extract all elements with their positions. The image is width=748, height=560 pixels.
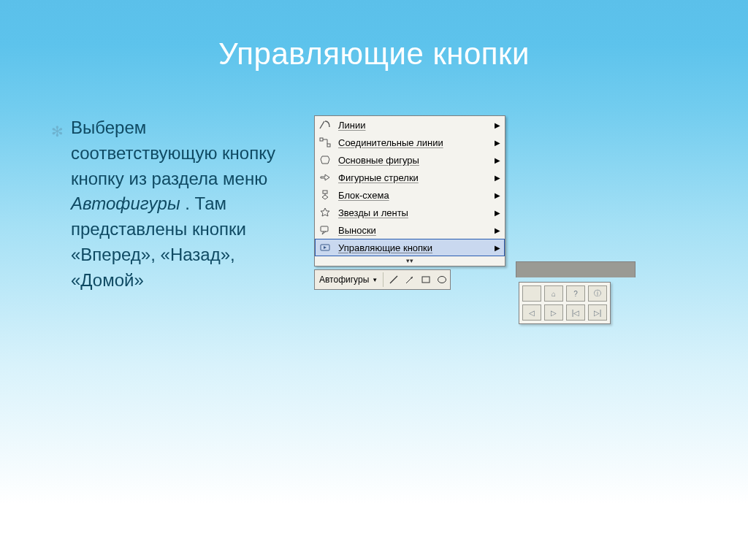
menu-label: Линии	[338, 120, 490, 131]
action-button-cell[interactable]: ⓘ	[588, 285, 607, 302]
submenu-titlebar	[516, 261, 636, 277]
action-buttons-grid: ⌂ ? ⓘ ◁ ▷ |◁ ▷|	[519, 282, 611, 324]
screenshot-region: Линии ▶ Соединительные линии ▶	[314, 115, 697, 290]
menu-item-stars[interactable]: Звезды и ленты ▶	[315, 204, 505, 221]
autoshapes-menu[interactable]: Линии ▶ Соединительные линии ▶	[314, 115, 505, 266]
menu-item-flowchart[interactable]: Блок-схема ▶	[315, 186, 505, 204]
svg-rect-0	[320, 138, 323, 141]
connectors-icon	[318, 136, 332, 149]
menu-item-basic-shapes[interactable]: Основные фигуры ▶	[315, 151, 505, 169]
menu-label: Фигурные стрелки	[338, 172, 490, 183]
autoshapes-ui: Линии ▶ Соединительные линии ▶	[314, 115, 697, 290]
menu-label: Звезды и ленты	[338, 207, 490, 218]
autoshapes-dropdown-label[interactable]: Автофигуры	[315, 275, 372, 285]
dropdown-arrow-icon[interactable]: ▼	[372, 277, 381, 283]
svg-rect-1	[327, 144, 330, 147]
submenu-arrow-icon: ▶	[495, 244, 500, 252]
submenu-arrow-icon: ▶	[495, 226, 500, 234]
submenu-arrow-icon: ▶	[495, 139, 500, 147]
basic-shapes-icon	[318, 153, 332, 166]
menu-label: Управляющие кнопки	[338, 242, 490, 253]
svg-rect-3	[321, 226, 328, 231]
submenu-arrow-icon: ▶	[495, 209, 500, 217]
chevron-down-icon: ▾	[410, 257, 413, 264]
toolbar-separator	[383, 272, 383, 287]
submenu-arrow-icon: ▶	[495, 121, 500, 129]
body-text: ✻ Выберем соответствующую кнопку кнопку …	[51, 115, 292, 294]
slide-title: Управляющие кнопки	[51, 37, 697, 72]
svg-point-8	[438, 277, 446, 283]
menu-label: Выноски	[338, 225, 490, 236]
action-button-cell[interactable]	[522, 285, 541, 302]
toolbar-arrow-button[interactable]	[402, 272, 418, 288]
menu-item-block-arrows[interactable]: Фигурные стрелки ▶	[315, 169, 505, 186]
toolbar-rect-button[interactable]	[418, 272, 434, 288]
bullet-star-icon: ✻	[51, 121, 64, 142]
body-span: Выберем соответствующую кнопку кнопку из…	[71, 115, 292, 294]
toolbar-oval-button[interactable]	[434, 272, 450, 288]
svg-rect-7	[422, 277, 430, 283]
action-button-cell[interactable]: ?	[566, 285, 585, 302]
bullet-item: ✻ Выберем соответствующую кнопку кнопку …	[51, 115, 292, 294]
slide: Управляющие кнопки ✻ Выберем соответству…	[0, 0, 748, 560]
callouts-icon	[318, 223, 332, 237]
svg-rect-2	[323, 191, 327, 193]
drawing-toolbar: Автофигуры ▼	[314, 269, 451, 290]
submenu-arrow-icon: ▶	[495, 156, 500, 164]
menu-label: Соединительные линии	[338, 137, 490, 148]
content-row: ✻ Выберем соответствующую кнопку кнопку …	[51, 115, 697, 294]
action-button-cell[interactable]: ▷|	[588, 304, 607, 321]
action-button-cell[interactable]: ⌂	[544, 285, 563, 302]
menu-expand-chevron[interactable]: ▾ ▾	[315, 256, 505, 266]
action-button-cell[interactable]: ◁	[522, 304, 541, 321]
svg-line-5	[390, 276, 397, 283]
body-pre: Выберем соответствующую кнопку кнопку из…	[71, 118, 275, 188]
action-buttons-icon	[318, 241, 332, 254]
menu-label: Основные фигуры	[338, 155, 490, 166]
menu-label: Блок-схема	[338, 190, 490, 201]
submenu-arrow-icon: ▶	[495, 174, 500, 182]
submenu-arrow-icon: ▶	[495, 191, 500, 199]
menu-item-action-buttons[interactable]: Управляющие кнопки ▶	[315, 239, 505, 256]
stars-icon	[318, 206, 332, 219]
body-italic: Автофигуры	[71, 193, 180, 213]
block-arrows-icon	[318, 171, 332, 184]
lines-icon	[318, 118, 332, 131]
flowchart-icon	[318, 188, 332, 202]
menu-item-callouts[interactable]: Выноски ▶	[315, 221, 505, 239]
menu-item-connectors[interactable]: Соединительные линии ▶	[315, 134, 505, 151]
action-button-cell[interactable]: |◁	[566, 304, 585, 321]
toolbar-line-button[interactable]	[386, 272, 402, 288]
menu-item-lines[interactable]: Линии ▶	[315, 116, 505, 134]
action-button-cell[interactable]: ▷	[544, 304, 563, 321]
